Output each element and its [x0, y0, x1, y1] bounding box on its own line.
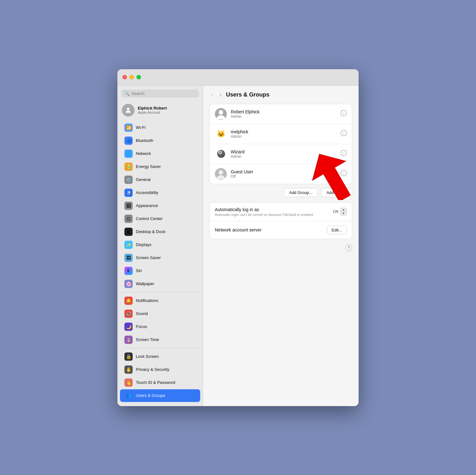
- add-user-button[interactable]: Add User...: [321, 188, 352, 197]
- sidebar-item-usersgroups[interactable]: 👥Users & Groups: [120, 389, 200, 402]
- minimize-button[interactable]: [129, 75, 134, 79]
- info-button[interactable]: i: [340, 130, 347, 138]
- table-row[interactable]: 🐱melphickAdmini: [210, 124, 352, 144]
- sidebar-item-notifications[interactable]: 🔔Notifications: [120, 294, 200, 307]
- network-icon: 🌐: [124, 150, 133, 158]
- main-content: ‹ › Users & Groups Robert ElphickAdmini🐱…: [203, 86, 359, 406]
- sidebar-item-general[interactable]: ⚙️General: [120, 173, 200, 186]
- sidebar-item-label: Users & Groups: [136, 393, 165, 398]
- svg-point-0: [127, 108, 129, 110]
- user-row-role: Off: [231, 174, 337, 179]
- avatar: [215, 168, 227, 180]
- add-group-button[interactable]: Add Group...: [284, 188, 318, 197]
- sidebar-item-label: Focus: [136, 324, 147, 329]
- sidebar-item-accessibility[interactable]: ♿Accessibility: [120, 186, 200, 199]
- sidebar-item-siri[interactable]: 🎙Siri: [120, 264, 200, 277]
- sidebar-item-label: Wallpaper: [136, 281, 154, 286]
- auto-login-value: Off: [333, 209, 338, 214]
- sidebar-item-touchid[interactable]: 👆Touch ID & Password: [120, 376, 200, 389]
- search-input[interactable]: [131, 91, 196, 96]
- auto-login-info: Automatically log in as Automatic login …: [215, 207, 329, 217]
- sidebar-item-label: Privacy & Security: [136, 367, 169, 372]
- user-sub: Apple Account: [138, 110, 167, 114]
- auto-login-stepper[interactable]: ▲ ▼: [340, 208, 347, 216]
- sidebar-item-screensaver[interactable]: 🖼Screen Saver: [120, 251, 200, 264]
- traffic-lights: [122, 75, 141, 79]
- sidebar-item-energy[interactable]: 🔋Energy Saver: [120, 160, 200, 173]
- sidebar-item-desktopdock[interactable]: 🖥Desktop & Dock: [120, 225, 200, 238]
- sidebar-item-network[interactable]: 🌐Network: [120, 147, 200, 160]
- help-button[interactable]: ?: [345, 244, 352, 251]
- auto-login-label: Automatically log in as: [215, 207, 329, 212]
- settings-card: Automatically log in as Automatic login …: [209, 202, 352, 239]
- sidebar-items: 📶Wi-Fi🔵Bluetooth🌐Network🔋Energy Saver⚙️G…: [117, 121, 203, 402]
- sidebar-item-sound[interactable]: 🔊Sound: [120, 307, 200, 320]
- user-row-role: Admin: [231, 154, 337, 159]
- system-preferences-window: 🔍 Elphick Robert Apple Account 📶Wi-Fi🔵Bl…: [117, 69, 359, 406]
- sidebar-item-label: Notifications: [136, 298, 158, 303]
- svg-text:i: i: [343, 111, 344, 116]
- info-button[interactable]: i: [340, 150, 347, 158]
- avatar: 🐱: [215, 128, 227, 140]
- nav-forward-button[interactable]: ›: [218, 91, 223, 99]
- sidebar-item-label: General: [136, 177, 150, 182]
- notifications-icon: 🔔: [124, 297, 133, 305]
- stepper-up-button[interactable]: ▲: [340, 208, 347, 212]
- screensaver-icon: 🖼: [124, 254, 133, 262]
- table-row[interactable]: Robert ElphickAdmini: [210, 104, 352, 124]
- network-account-row: Network account server Edit...: [210, 221, 352, 239]
- stepper-down-button[interactable]: ▼: [340, 212, 347, 215]
- sidebar-item-focus[interactable]: 🌙Focus: [120, 320, 200, 333]
- sidebar-item-appearance[interactable]: 🖼Appearance: [120, 199, 200, 212]
- nav-back-button[interactable]: ‹: [209, 91, 215, 99]
- controlcenter-icon: ⊡: [124, 215, 133, 223]
- user-row-name: Guest User: [231, 169, 337, 174]
- svg-text:i: i: [343, 151, 344, 156]
- user-row-info: melphickAdmin: [231, 129, 337, 139]
- wallpaper-icon: 🌸: [124, 280, 133, 288]
- user-row-name: Wizard: [231, 149, 337, 154]
- screentime-icon: ⌛: [124, 336, 133, 344]
- auto-login-row: Automatically log in as Automatic login …: [210, 203, 352, 221]
- siri-icon: 🎙: [124, 267, 133, 275]
- sidebar-item-label: Screen Time: [136, 337, 159, 342]
- wifi-icon: 📶: [124, 124, 133, 132]
- displays-icon: ✨: [124, 241, 133, 249]
- sidebar-item-controlcenter[interactable]: ⊡Control Center: [120, 212, 200, 225]
- user-row-role: Admin: [231, 114, 337, 119]
- sidebar-item-label: Desktop & Dock: [136, 229, 165, 234]
- touchid-icon: 👆: [124, 378, 133, 387]
- appearance-icon: 🖼: [124, 202, 133, 210]
- sound-icon: 🔊: [124, 310, 133, 318]
- sidebar: 🔍 Elphick Robert Apple Account 📶Wi-Fi🔵Bl…: [117, 86, 203, 406]
- user-info: Elphick Robert Apple Account: [138, 106, 167, 114]
- desktopdock-icon: 🖥: [124, 228, 133, 236]
- bluetooth-icon: 🔵: [124, 137, 133, 145]
- info-button[interactable]: i: [340, 170, 347, 178]
- sidebar-item-lockscreen[interactable]: 🔒Lock Screen: [120, 350, 200, 363]
- info-button[interactable]: i: [340, 110, 347, 118]
- titlebar: [117, 69, 359, 86]
- avatar: 🎱: [215, 148, 227, 160]
- svg-point-2: [219, 110, 223, 115]
- usersgroups-icon: 👥: [124, 391, 133, 400]
- search-icon: 🔍: [124, 91, 129, 96]
- sidebar-item-label: Accessibility: [136, 190, 158, 195]
- sidebar-separator: [122, 292, 198, 292]
- table-row[interactable]: 🎱WizardAdmini: [210, 144, 352, 164]
- sidebar-item-screentime[interactable]: ⌛Screen Time: [120, 333, 200, 346]
- network-account-info: Network account server: [215, 227, 323, 232]
- edit-button[interactable]: Edit...: [327, 226, 347, 234]
- sidebar-item-wallpaper[interactable]: 🌸Wallpaper: [120, 278, 200, 290]
- sidebar-item-wifi[interactable]: 📶Wi-Fi: [120, 121, 200, 134]
- table-row[interactable]: Guest UserOffi: [210, 164, 352, 184]
- sidebar-item-displays[interactable]: ✨Displays: [120, 238, 200, 251]
- search-bar[interactable]: 🔍: [121, 90, 199, 97]
- sidebar-item-privacy[interactable]: ✋Privacy & Security: [120, 363, 200, 376]
- avatar: [122, 104, 135, 117]
- sidebar-item-label: Lock Screen: [136, 354, 159, 359]
- sidebar-item-bluetooth[interactable]: 🔵Bluetooth: [120, 134, 200, 147]
- maximize-button[interactable]: [136, 75, 141, 79]
- close-button[interactable]: [122, 75, 127, 79]
- user-profile[interactable]: Elphick Robert Apple Account: [117, 101, 203, 121]
